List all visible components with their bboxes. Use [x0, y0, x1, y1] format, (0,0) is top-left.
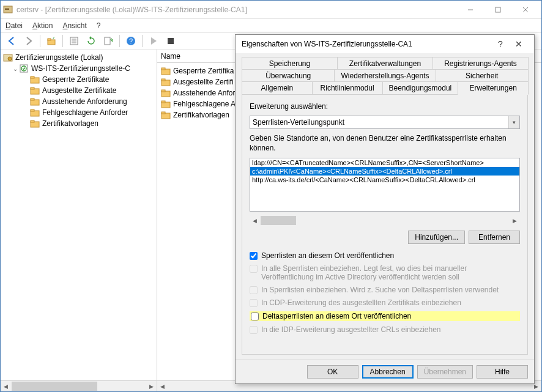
list-item-label: Zertifikatvorlagen [173, 111, 229, 119]
svg-rect-36 [161, 90, 165, 92]
tab-erweiterungen[interactable]: Erweiterungen [458, 81, 529, 95]
menu-action[interactable]: Aktion [32, 21, 53, 30]
list-item-label: Fehlgeschlagene An [173, 100, 240, 108]
forward-button[interactable] [21, 34, 36, 48]
menu-file-rest: atei [11, 21, 23, 30]
checkbox-row-1: In alle Sperrlisten einbeziehen. Legt fe… [250, 264, 520, 281]
help-button[interactable]: ? [124, 34, 138, 48]
tree-item[interactable]: Ausgestellte Zertifikate [3, 85, 154, 96]
tab-allgemein[interactable]: Allgemein [242, 81, 313, 95]
location-item[interactable]: c:\admin\PKI\<CaName><CRLNameSuffix><Del… [250, 167, 519, 176]
folder-icon [161, 110, 171, 120]
checkbox-row-0[interactable]: Sperrlisten an diesem Ort veröffentliche… [250, 251, 520, 260]
tree-item[interactable]: Ausstehende Anforderung [3, 96, 154, 107]
tab-panel-erweiterungen: Erweiterung auswählen: Sperrlisten-Verte… [242, 94, 528, 355]
up-button[interactable] [44, 34, 59, 48]
window-controls [456, 1, 539, 18]
select-extension-label: Erweiterung auswählen: [250, 102, 520, 111]
remove-button[interactable]: Entfernen [469, 231, 520, 244]
stop-button[interactable] [163, 34, 178, 48]
extension-combobox[interactable]: Sperrlisten-Verteilungspunkt ▾ [250, 116, 520, 129]
checkbox-row-4[interactable]: Deltasperrlisten an diesem Ort veröffent… [250, 311, 520, 321]
play-button[interactable] [146, 34, 161, 48]
scroll-left-button-2[interactable]: ◀ [157, 381, 168, 391]
folder-icon [161, 88, 171, 98]
svg-rect-28 [31, 109, 34, 111]
locations-listbox[interactable]: ldap:///CN=<CATruncatedName><CRLNameSuff… [250, 158, 520, 212]
menu-help[interactable]: ? [97, 21, 101, 30]
ok-button[interactable]: OK [307, 365, 358, 379]
properties-button[interactable] [67, 34, 81, 48]
tree-item[interactable]: Gesperrte Zertifikate [3, 74, 154, 85]
titlebar: certsrv - [Zertifizierungsstelle (Lokal)… [1, 1, 541, 19]
tree-ca[interactable]: ⌄ WS-ITS-Zertifizierungsstelle-C [3, 63, 154, 74]
svg-rect-30 [31, 120, 34, 122]
folder-icon [30, 119, 40, 128]
tree-item[interactable]: Zertifikatvorlagen [3, 118, 154, 129]
tab-richtlinienmodul[interactable]: Richtlinienmodul [312, 81, 383, 95]
menu-file[interactable]: Datei [6, 21, 23, 30]
scroll-left-icon[interactable]: ◀ [250, 215, 260, 226]
svg-rect-22 [31, 76, 34, 78]
dialog-titlebar: Eigenschaften von WS-ITS-Zertifizierungs… [236, 35, 534, 53]
menu-view[interactable]: Ansicht [62, 21, 86, 30]
tab--berwachung[interactable]: Überwachung [242, 69, 335, 82]
apply-button[interactable]: Übernehmen [417, 365, 473, 379]
svg-rect-2 [5, 9, 9, 10]
back-button[interactable] [4, 34, 19, 48]
svg-rect-24 [31, 87, 34, 89]
checkbox-label: In alle Sperrlisten einbeziehen. Legt fe… [261, 264, 520, 281]
listbox-scrollbar: ◀ ▶ [250, 215, 520, 226]
refresh-button[interactable] [84, 34, 98, 48]
svg-rect-40 [161, 112, 165, 114]
tree-item-label: Fehlgeschlagene Anforder [42, 108, 128, 117]
menubar: Datei Aktion Ansicht ? [1, 19, 541, 32]
tab-speicherung[interactable]: Speicherung [242, 57, 338, 70]
dialog-close-button[interactable]: ✕ [510, 39, 528, 49]
maximize-button[interactable] [484, 1, 511, 18]
folder-icon [161, 66, 171, 76]
checkbox-5 [250, 326, 258, 334]
scroll-right-button[interactable]: ▶ [146, 381, 157, 391]
scroll-thumb[interactable] [12, 382, 97, 391]
scroll-left-button[interactable]: ◀ [1, 381, 11, 391]
add-button[interactable]: Hinzufügen... [408, 231, 465, 244]
dialog-help-button[interactable]: ? [491, 39, 510, 49]
checkbox-4[interactable] [251, 312, 259, 320]
close-button[interactable] [511, 1, 539, 18]
tabstrip: SpeicherungZertifikatverwaltungenRegistr… [242, 57, 528, 94]
tab-wiederherstellungs-agents[interactable]: Wiederherstellungs-Agents [334, 69, 436, 82]
checkbox-label: In Sperrlisten einbeziehen. Wird z. Such… [261, 286, 499, 294]
svg-point-18 [8, 57, 12, 61]
location-item[interactable]: ldap:///CN=<CATruncatedName><CRLNameSuff… [250, 158, 519, 167]
list-item-label: Ausstehende Anfor [173, 89, 235, 97]
folder-icon [161, 99, 171, 109]
checkbox-1 [250, 265, 258, 273]
expander-icon[interactable]: ⌄ [12, 65, 19, 72]
checkbox-label: In die IDP-Erweiterung ausgestellter CRL… [261, 325, 441, 334]
cancel-button[interactable]: Abbrechen [362, 365, 414, 379]
dialog-title: Eigenschaften von WS-ITS-Zertifizierungs… [242, 40, 491, 48]
folder-icon [161, 77, 171, 87]
location-item[interactable]: http://ca.ws-its.de/crl/<CaName><CRLName… [250, 176, 519, 184]
svg-rect-4 [496, 7, 500, 12]
checkbox-0[interactable] [250, 252, 258, 260]
tab-zertifikatverwaltungen[interactable]: Zertifikatverwaltungen [337, 57, 433, 70]
folder-icon [30, 86, 40, 95]
minimize-button[interactable] [456, 1, 484, 18]
scroll-right-icon[interactable]: ▶ [510, 215, 520, 226]
svg-rect-16 [168, 38, 174, 44]
tree-item[interactable]: Fehlgeschlagene Anforder [3, 107, 154, 118]
tree-root[interactable]: Zertifizierungsstelle (Lokal) [3, 52, 154, 63]
checkbox-row-5: In die IDP-Erweiterung ausgestellter CRL… [250, 325, 520, 334]
listbox-scroll-thumb[interactable] [261, 216, 296, 225]
export-button[interactable] [101, 34, 116, 48]
tab-registrierungs-agents[interactable]: Registrierungs-Agents [432, 57, 529, 70]
tab-beendigungsmodul[interactable]: Beendigungsmodul [382, 81, 459, 95]
dialog-help-btn[interactable]: Hilfe [477, 365, 528, 379]
properties-dialog: Eigenschaften von WS-ITS-Zertifizierungs… [235, 34, 535, 384]
list-item-label: Ausgestellte Zertifi [173, 78, 234, 86]
tree-pane[interactable]: Zertifizierungsstelle (Lokal) ⌄ WS-ITS-Z… [1, 50, 157, 380]
tab-sicherheit[interactable]: Sicherheit [436, 69, 529, 82]
window-title: certsrv - [Zertifizierungsstelle (Lokal)… [17, 6, 456, 14]
